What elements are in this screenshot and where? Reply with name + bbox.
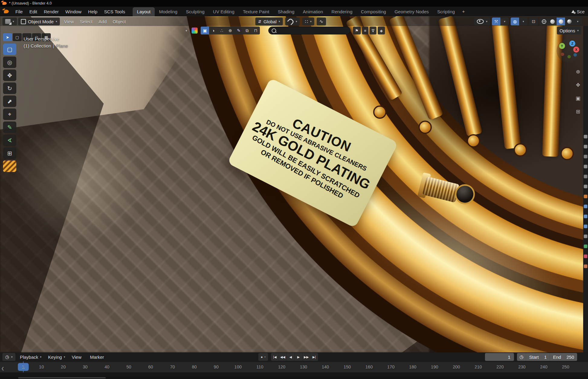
viewport-menu-item[interactable]: View [61,19,77,24]
tool-variant-button[interactable]: ➤ [3,33,12,41]
scs-toggle-button[interactable]: ∴ [218,27,226,34]
scs-right-button[interactable]: ≡ [362,27,369,34]
timeline-menu-item[interactable]: Keying▾ [45,355,68,360]
overlays-dropdown[interactable]: ▾ [519,18,528,25]
transport-button[interactable]: ▶▶ [302,353,310,361]
scs-toggle-button[interactable]: ⧉ [243,27,251,34]
properties-tab-icon[interactable] [584,195,587,198]
scs-toggle-button[interactable]: ✎ [234,27,243,34]
editor-type-button[interactable]: ▾ [2,18,17,25]
timeline-menu-item[interactable]: Playback▾ [17,355,45,360]
timeline-ruler[interactable]: 1020304050607080901001101201301401501601… [0,361,588,373]
side-tool-button[interactable]: ⊕ [573,67,583,76]
gizmo-axis-ball[interactable]: Z [569,40,575,47]
menu-item[interactable]: Help [85,8,101,15]
viewport-menu-item[interactable]: Select [77,19,95,24]
scs-toggle-button[interactable]: ⊕ [226,27,234,34]
properties-tab-icon[interactable] [584,175,587,178]
menu-item[interactable]: File [12,8,26,15]
xray-toggle[interactable]: ⊡ [529,18,538,25]
workspace-tab[interactable]: Shading [273,7,299,16]
workspace-tab[interactable]: Sculpting [182,7,209,16]
shading-dropdown[interactable]: ▾ [573,18,582,25]
shading-wireframe-button[interactable] [540,18,548,25]
transport-button[interactable]: ▶ [295,353,302,361]
toolbar-tool-button[interactable]: ⬈ [3,96,16,107]
menu-item[interactable]: Edit [26,8,40,15]
toolbar-tool-button[interactable]: ◎ [3,57,16,68]
properties-tab-icon[interactable] [584,245,587,248]
blender-menu-button[interactable] [2,8,10,15]
menu-item[interactable]: Render [40,8,62,15]
options-dropdown[interactable]: Options ▾ [557,27,581,34]
timeline-menu-item[interactable]: View [68,355,86,360]
toolbar-tool-button[interactable]: ▢ [3,44,16,55]
viewport-3d[interactable]: CAUTIONDO NOT USE ABRASIVE CLEANERS24K G… [0,16,588,352]
gizmo-axis-ball[interactable]: X [573,47,579,53]
shading-material-button[interactable] [557,18,565,25]
workspace-tab[interactable]: Rendering [327,7,357,16]
proportional-falloff-button[interactable]: ∿ [317,18,326,25]
menu-item[interactable]: Window [62,8,85,15]
scs-collapse-chevron[interactable]: ▾ [186,29,187,32]
toolbar-tool-button[interactable] [3,160,16,172]
proportional-edit-dropdown[interactable]: ∷ ▾ [302,18,314,25]
end-frame-field[interactable]: End 250 [550,353,577,361]
gizmo-axis-dot[interactable] [567,55,571,58]
properties-tab-icon[interactable] [584,145,587,148]
add-workspace-button[interactable]: + [459,7,468,16]
auto-keying-button[interactable]: ● ▾ [258,353,268,361]
shading-rendered-button[interactable] [565,18,573,25]
toolbar-tool-button[interactable]: ↻ [3,83,16,94]
timeline-scrollbar[interactable] [0,377,588,379]
timeline-editor-type-button[interactable]: ◷ ▾ [2,353,15,361]
workspace-tab[interactable]: Layout [133,7,155,16]
transport-button[interactable]: ▶| [310,353,318,361]
scs-right-button[interactable]: ∇ [370,27,376,34]
transport-button[interactable]: ◀◀ [279,353,287,361]
snap-dropdown[interactable]: ▾ [285,18,300,25]
workspace-tab[interactable]: Animation [299,7,327,16]
scs-right-button[interactable]: ⚑ [353,27,361,34]
workspace-tab[interactable]: UV Editing [209,7,239,16]
toolbar-tool-button[interactable]: ⊞ [3,147,16,159]
properties-tab-icon[interactable] [584,185,587,188]
scs-toggle-button[interactable]: ⊓ [251,27,260,34]
properties-tab-icon[interactable] [584,264,587,268]
show-overlays-toggle[interactable]: ◍ [511,18,519,25]
workspace-tab[interactable]: Texture Paint [239,7,274,16]
transform-orientation-dropdown[interactable]: ⇵ Global ▾ [255,18,283,25]
use-preview-range-button[interactable]: ◷ [517,353,526,361]
workspace-tab[interactable]: Scripting [433,7,459,16]
properties-tab-icon[interactable] [584,225,587,228]
viewport-menu-item[interactable]: Add [95,19,110,24]
side-tool-button[interactable]: ✥ [573,80,583,89]
transport-button[interactable]: ◀ [287,353,295,361]
properties-tab-icon[interactable] [584,155,587,158]
properties-tab-icon[interactable] [584,165,587,168]
workspace-tab[interactable]: Modeling [155,7,182,16]
properties-tab-icon[interactable] [584,135,587,138]
visibility-dropdown[interactable]: ▾ [474,18,490,25]
properties-tab-icon[interactable] [584,235,587,238]
menu-item[interactable]: SCS Tools [101,8,128,15]
scs-right-button[interactable]: ◈ [378,27,385,34]
toolbar-tool-button[interactable]: ✥ [3,70,16,81]
toolbar-tool-button[interactable]: ✎ [3,121,16,133]
viewport-menu-item[interactable]: Object [110,19,129,24]
current-frame-field[interactable]: 1 [485,353,514,361]
search-input[interactable] [268,27,351,34]
panel-collapse-arrow[interactable]: ❮ [1,366,4,371]
timeline-menu-item[interactable]: Marker [87,355,109,360]
workspace-tab[interactable]: Geometry Nodes [390,7,433,16]
properties-tab-icon[interactable] [584,254,587,258]
properties-tab-icon[interactable] [584,205,587,208]
scene-selector[interactable]: Sce [571,7,588,16]
side-tool-button[interactable]: ▣ [573,94,583,103]
side-tool-button[interactable]: ⊞ [573,107,583,116]
scs-toggle-button[interactable]: ◑ [209,27,218,34]
scs-toggle-button[interactable]: ▣ [201,27,209,34]
gizmo-axis-dot[interactable] [573,53,577,57]
properties-tab-icon[interactable] [584,215,587,218]
timeline-track-area[interactable] [0,372,588,377]
